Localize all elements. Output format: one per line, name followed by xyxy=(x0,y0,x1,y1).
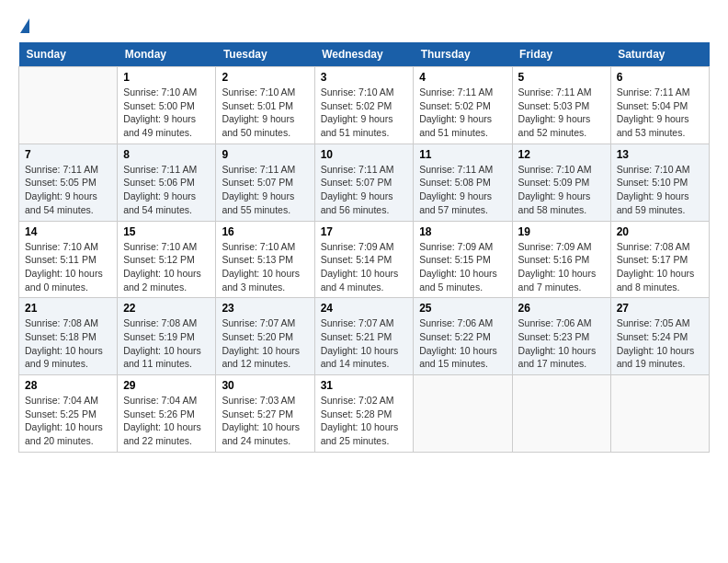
day-info: Sunrise: 7:10 AMSunset: 5:01 PMDaylight:… xyxy=(222,86,308,140)
calendar-day-cell: 23Sunrise: 7:07 AMSunset: 5:20 PMDayligh… xyxy=(216,298,314,375)
calendar-day-cell: 17Sunrise: 7:09 AMSunset: 5:14 PMDayligh… xyxy=(314,221,414,298)
calendar-day-cell: 29Sunrise: 7:04 AMSunset: 5:26 PMDayligh… xyxy=(118,375,216,453)
day-number: 26 xyxy=(518,302,605,315)
weekday-header: Saturday xyxy=(610,42,709,67)
calendar-day-cell xyxy=(19,67,118,144)
day-number: 22 xyxy=(123,302,210,315)
day-info: Sunrise: 7:07 AMSunset: 5:20 PMDaylight:… xyxy=(222,316,308,371)
day-info: Sunrise: 7:05 AMSunset: 5:24 PMDaylight:… xyxy=(617,316,703,371)
day-info: Sunrise: 7:10 AMSunset: 5:00 PMDaylight:… xyxy=(123,86,210,140)
day-number: 23 xyxy=(222,302,308,315)
day-number: 3 xyxy=(321,71,408,84)
calendar-header-row: SundayMondayTuesdayWednesdayThursdayFrid… xyxy=(19,42,710,67)
day-info: Sunrise: 7:08 AMSunset: 5:17 PMDaylight:… xyxy=(617,240,703,294)
day-info: Sunrise: 7:06 AMSunset: 5:23 PMDaylight:… xyxy=(518,316,605,371)
day-info: Sunrise: 7:10 AMSunset: 5:12 PMDaylight:… xyxy=(123,240,210,294)
calendar-body: 1Sunrise: 7:10 AMSunset: 5:00 PMDaylight… xyxy=(19,67,710,453)
day-number: 12 xyxy=(518,148,605,161)
day-info: Sunrise: 7:10 AMSunset: 5:02 PMDaylight:… xyxy=(321,86,408,140)
day-number: 13 xyxy=(617,148,703,161)
day-info: Sunrise: 7:11 AMSunset: 5:07 PMDaylight:… xyxy=(222,163,308,217)
calendar-day-cell: 10Sunrise: 7:11 AMSunset: 5:07 PMDayligh… xyxy=(314,144,414,221)
day-info: Sunrise: 7:02 AMSunset: 5:28 PMDaylight:… xyxy=(321,394,408,448)
day-number: 19 xyxy=(518,225,605,238)
day-info: Sunrise: 7:10 AMSunset: 5:10 PMDaylight:… xyxy=(617,163,703,217)
weekday-header: Monday xyxy=(118,42,216,67)
day-info: Sunrise: 7:09 AMSunset: 5:15 PMDaylight:… xyxy=(419,240,506,294)
calendar-day-cell: 22Sunrise: 7:08 AMSunset: 5:19 PMDayligh… xyxy=(118,298,216,375)
day-info: Sunrise: 7:11 AMSunset: 5:07 PMDaylight:… xyxy=(321,163,408,217)
day-number: 17 xyxy=(321,225,408,238)
day-info: Sunrise: 7:09 AMSunset: 5:14 PMDaylight:… xyxy=(321,240,408,294)
day-info: Sunrise: 7:08 AMSunset: 5:19 PMDaylight:… xyxy=(123,316,210,371)
calendar-day-cell: 18Sunrise: 7:09 AMSunset: 5:15 PMDayligh… xyxy=(414,221,512,298)
calendar-day-cell: 25Sunrise: 7:06 AMSunset: 5:22 PMDayligh… xyxy=(414,298,512,375)
day-number: 24 xyxy=(321,302,408,315)
calendar-table: SundayMondayTuesdayWednesdayThursdayFrid… xyxy=(18,42,710,453)
calendar-week-row: 21Sunrise: 7:08 AMSunset: 5:18 PMDayligh… xyxy=(19,298,710,375)
day-info: Sunrise: 7:07 AMSunset: 5:21 PMDaylight:… xyxy=(321,316,408,371)
calendar-week-row: 1Sunrise: 7:10 AMSunset: 5:00 PMDaylight… xyxy=(19,67,710,144)
calendar-day-cell xyxy=(512,375,610,453)
day-info: Sunrise: 7:04 AMSunset: 5:25 PMDaylight:… xyxy=(25,394,111,448)
day-number: 21 xyxy=(25,302,111,315)
day-number: 4 xyxy=(419,71,506,84)
day-number: 18 xyxy=(419,225,506,238)
day-info: Sunrise: 7:10 AMSunset: 5:11 PMDaylight:… xyxy=(25,240,111,294)
weekday-header: Sunday xyxy=(19,42,118,67)
calendar-day-cell xyxy=(414,375,512,453)
calendar-day-cell: 19Sunrise: 7:09 AMSunset: 5:16 PMDayligh… xyxy=(512,221,610,298)
day-number: 6 xyxy=(617,71,703,84)
calendar-day-cell: 31Sunrise: 7:02 AMSunset: 5:28 PMDayligh… xyxy=(314,375,414,453)
day-number: 20 xyxy=(617,225,703,238)
day-info: Sunrise: 7:11 AMSunset: 5:08 PMDaylight:… xyxy=(419,163,506,217)
day-number: 28 xyxy=(25,379,111,392)
weekday-header: Friday xyxy=(512,42,610,67)
day-number: 7 xyxy=(25,148,111,161)
calendar-day-cell: 9Sunrise: 7:11 AMSunset: 5:07 PMDaylight… xyxy=(216,144,314,221)
calendar-day-cell: 11Sunrise: 7:11 AMSunset: 5:08 PMDayligh… xyxy=(414,144,512,221)
calendar-day-cell: 6Sunrise: 7:11 AMSunset: 5:04 PMDaylight… xyxy=(610,67,709,144)
calendar-day-cell: 8Sunrise: 7:11 AMSunset: 5:06 PMDaylight… xyxy=(118,144,216,221)
weekday-header: Wednesday xyxy=(314,42,414,67)
calendar-day-cell: 28Sunrise: 7:04 AMSunset: 5:25 PMDayligh… xyxy=(19,375,118,453)
calendar-day-cell: 27Sunrise: 7:05 AMSunset: 5:24 PMDayligh… xyxy=(610,298,709,375)
calendar-day-cell: 12Sunrise: 7:10 AMSunset: 5:09 PMDayligh… xyxy=(512,144,610,221)
day-info: Sunrise: 7:11 AMSunset: 5:06 PMDaylight:… xyxy=(123,163,210,217)
day-number: 16 xyxy=(222,225,308,238)
logo-triangle-icon xyxy=(20,18,29,33)
weekday-header: Thursday xyxy=(414,42,512,67)
calendar-day-cell: 24Sunrise: 7:07 AMSunset: 5:21 PMDayligh… xyxy=(314,298,414,375)
day-number: 29 xyxy=(123,379,210,392)
calendar-day-cell: 14Sunrise: 7:10 AMSunset: 5:11 PMDayligh… xyxy=(19,221,118,298)
day-number: 2 xyxy=(222,71,308,84)
calendar-week-row: 14Sunrise: 7:10 AMSunset: 5:11 PMDayligh… xyxy=(19,221,710,298)
calendar-day-cell: 5Sunrise: 7:11 AMSunset: 5:03 PMDaylight… xyxy=(512,67,610,144)
calendar-day-cell: 15Sunrise: 7:10 AMSunset: 5:12 PMDayligh… xyxy=(118,221,216,298)
calendar-day-cell: 26Sunrise: 7:06 AMSunset: 5:23 PMDayligh… xyxy=(512,298,610,375)
day-number: 30 xyxy=(222,379,308,392)
calendar-day-cell: 21Sunrise: 7:08 AMSunset: 5:18 PMDayligh… xyxy=(19,298,118,375)
day-number: 9 xyxy=(222,148,308,161)
calendar-week-row: 7Sunrise: 7:11 AMSunset: 5:05 PMDaylight… xyxy=(19,144,710,221)
day-info: Sunrise: 7:06 AMSunset: 5:22 PMDaylight:… xyxy=(419,316,506,371)
day-info: Sunrise: 7:08 AMSunset: 5:18 PMDaylight:… xyxy=(25,316,111,371)
calendar-day-cell: 7Sunrise: 7:11 AMSunset: 5:05 PMDaylight… xyxy=(19,144,118,221)
day-info: Sunrise: 7:10 AMSunset: 5:09 PMDaylight:… xyxy=(518,163,605,217)
day-number: 11 xyxy=(419,148,506,161)
day-info: Sunrise: 7:09 AMSunset: 5:16 PMDaylight:… xyxy=(518,240,605,294)
day-number: 14 xyxy=(25,225,111,238)
calendar-day-cell: 30Sunrise: 7:03 AMSunset: 5:27 PMDayligh… xyxy=(216,375,314,453)
calendar-day-cell: 13Sunrise: 7:10 AMSunset: 5:10 PMDayligh… xyxy=(610,144,709,221)
calendar-day-cell: 20Sunrise: 7:08 AMSunset: 5:17 PMDayligh… xyxy=(610,221,709,298)
day-info: Sunrise: 7:10 AMSunset: 5:13 PMDaylight:… xyxy=(222,240,308,294)
day-number: 8 xyxy=(123,148,210,161)
day-number: 25 xyxy=(419,302,506,315)
day-number: 27 xyxy=(617,302,703,315)
day-number: 10 xyxy=(321,148,408,161)
page-header xyxy=(18,18,710,33)
day-info: Sunrise: 7:11 AMSunset: 5:05 PMDaylight:… xyxy=(25,163,111,217)
calendar-day-cell: 4Sunrise: 7:11 AMSunset: 5:02 PMDaylight… xyxy=(414,67,512,144)
calendar-day-cell: 3Sunrise: 7:10 AMSunset: 5:02 PMDaylight… xyxy=(314,67,414,144)
calendar-day-cell: 16Sunrise: 7:10 AMSunset: 5:13 PMDayligh… xyxy=(216,221,314,298)
